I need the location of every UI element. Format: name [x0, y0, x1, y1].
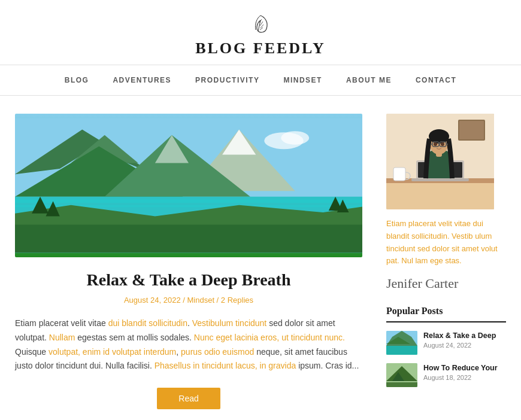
- svg-rect-24: [393, 168, 405, 181]
- post-excerpt: Etiam placerat velit vitae dui blandit s…: [15, 316, 362, 373]
- svg-rect-21: [459, 121, 484, 139]
- nav-mindset[interactable]: MINDSET: [271, 65, 334, 95]
- svg-point-2: [281, 131, 309, 144]
- popular-post-thumb-2: [386, 363, 417, 387]
- popular-post-name-2: How To Reduce Your: [423, 363, 498, 373]
- excerpt-link-5[interactable]: volutpat, enim id volutpat interdum: [49, 347, 176, 357]
- site-nav: BLOG ADVENTURES PRODUCTIVITY MINDSET ABO…: [0, 65, 521, 96]
- about-image-illustration: [386, 114, 494, 209]
- svg-rect-23: [386, 183, 494, 209]
- popular-post-item: Relax & Take a Deep August 24, 2022: [386, 331, 506, 355]
- mountains-illustration: [15, 114, 362, 257]
- sidebar-about-image: [386, 114, 494, 209]
- popular-post-name-1: Relax & Take a Deep: [423, 331, 496, 340]
- popular-post-thumb-1: [386, 331, 417, 355]
- sidebar-bio: Etiam placerat velit vitae dui blandit s…: [386, 218, 506, 267]
- svg-rect-27: [411, 178, 469, 181]
- excerpt-link-7[interactable]: Phasellus in tincidunt lacus, in gravida: [155, 361, 296, 370]
- excerpt-link-6[interactable]: purus odio euismod: [181, 347, 254, 357]
- nav-productivity[interactable]: PRODUCTIVITY: [183, 65, 271, 95]
- svg-rect-42: [386, 346, 417, 355]
- popular-post-info-2: How To Reduce Your August 18, 2022: [423, 363, 498, 381]
- featured-image: [15, 114, 362, 257]
- excerpt-link-4[interactable]: Nunc eget lacinia eros, ut tincidunt nun…: [194, 333, 345, 342]
- sidebar-popular-posts: Popular Posts Relax & Take a Deep August…: [386, 306, 506, 387]
- main-content: Relax & Take a Deep Breath August 24, 20…: [15, 114, 362, 409]
- nav-blog[interactable]: BLOG: [53, 65, 101, 95]
- svg-point-38: [434, 142, 437, 146]
- popular-post-date-2: August 18, 2022: [423, 374, 498, 381]
- excerpt-link-2[interactable]: Vestibulum tincidunt: [192, 318, 267, 328]
- svg-point-32: [429, 129, 449, 144]
- post-meta: August 24, 2022 / Mindset / 2 Replies: [15, 296, 362, 305]
- post-title: Relax & Take a Deep Breath: [15, 270, 362, 290]
- nav-contact[interactable]: CONTACT: [404, 65, 468, 95]
- svg-rect-11: [15, 199, 362, 203]
- nav-about-me[interactable]: ABOUT ME: [334, 65, 404, 95]
- site-wrapper: Relax & Take a Deep Breath August 24, 20…: [0, 96, 521, 420]
- popular-post-info-1: Relax & Take a Deep August 24, 2022: [423, 331, 496, 349]
- sidebar: Etiam placerat velit vitae dui blandit s…: [386, 114, 506, 409]
- site-title: BLOG FEEDLY: [12, 39, 509, 57]
- excerpt-link-1[interactable]: dui blandit sollicitudin: [108, 318, 187, 328]
- svg-rect-47: [386, 382, 417, 387]
- popular-post-date-1: August 24, 2022: [423, 342, 496, 349]
- sidebar-signature: Jenifer Carter: [386, 276, 506, 291]
- site-header: BLOG FEEDLY: [0, 0, 521, 65]
- read-more-button[interactable]: Read: [157, 388, 220, 409]
- svg-point-39: [441, 142, 444, 146]
- popular-post-item-2: How To Reduce Your August 18, 2022: [386, 363, 506, 387]
- nav-adventures[interactable]: ADVENTURES: [101, 65, 183, 95]
- excerpt-link-3[interactable]: Nullam: [49, 333, 75, 342]
- read-more-wrap: Read: [15, 388, 362, 409]
- popular-posts-title: Popular Posts: [386, 306, 506, 322]
- feather-logo-icon: [247, 11, 274, 37]
